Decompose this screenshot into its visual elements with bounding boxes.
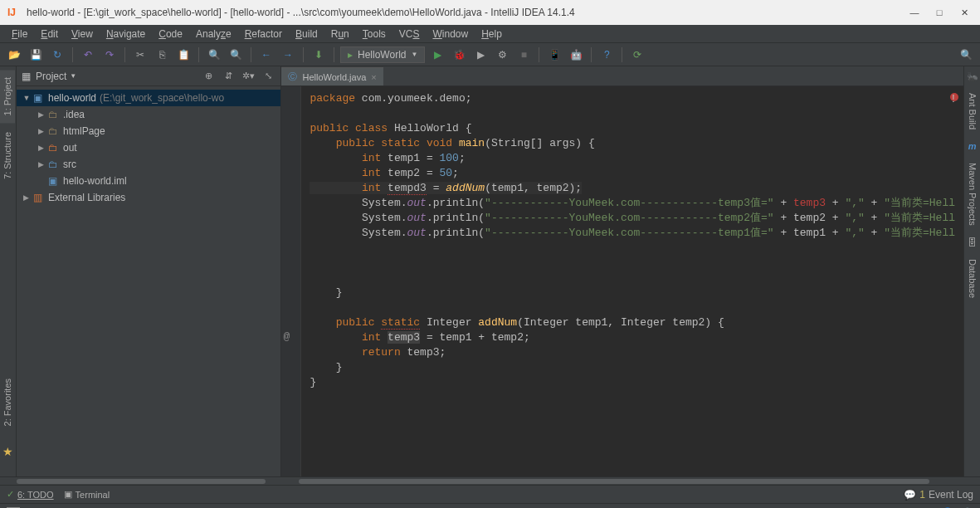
override-icon[interactable]: @ bbox=[283, 330, 290, 343]
left-tool-gutter: 1: Project 7: Structure 2: Favorites ★ bbox=[0, 66, 17, 476]
menu-navigate[interactable]: Navigate bbox=[100, 27, 152, 42]
folder-icon: 🗀 bbox=[46, 142, 60, 154]
maven-icon[interactable]: m bbox=[966, 139, 979, 153]
editor-gutter: @ bbox=[281, 86, 301, 476]
run-config-selector[interactable]: ▸ HelloWorld ▼ bbox=[340, 46, 425, 63]
menu-help[interactable]: Help bbox=[475, 27, 509, 42]
editor-tabs: Ⓒ HelloWorld.java × bbox=[281, 66, 963, 86]
menu-code[interactable]: Code bbox=[152, 27, 189, 42]
profile-icon[interactable]: ⚙ bbox=[493, 46, 511, 64]
menu-vcs[interactable]: VCS bbox=[392, 27, 427, 42]
tab-maven[interactable]: Maven Projects bbox=[966, 156, 979, 232]
menu-edit[interactable]: Edit bbox=[34, 27, 65, 42]
sync-icon[interactable]: ↻ bbox=[48, 46, 66, 64]
tab-project[interactable]: 1: Project bbox=[0, 70, 15, 123]
tab-terminal[interactable]: ▣Terminal bbox=[64, 489, 110, 500]
redo-icon[interactable]: ↷ bbox=[100, 46, 119, 64]
tree-root[interactable]: ▼ ▣ hello-world (E:\git_work_space\hello… bbox=[17, 90, 280, 106]
menu-run[interactable]: Run bbox=[324, 27, 356, 42]
menu-refactor[interactable]: Refactor bbox=[238, 27, 289, 42]
right-tool-gutter: 🐜 Ant Build m Maven Projects 🗄 Database bbox=[963, 66, 980, 476]
find-icon[interactable]: 🔍 bbox=[205, 46, 223, 64]
class-icon: Ⓒ bbox=[288, 71, 297, 83]
menu-window[interactable]: Window bbox=[426, 27, 475, 42]
balloon-icon: 💬 bbox=[904, 489, 916, 501]
forward-icon[interactable]: → bbox=[279, 46, 297, 64]
search-everywhere-icon[interactable]: 🔍 bbox=[957, 46, 975, 64]
project-panel: ▦ Project ▼ ⊕ ⇵ ✲▾ ⤡ ▼ ▣ hello-world (E:… bbox=[17, 66, 281, 476]
scroll-thumb[interactable] bbox=[17, 479, 266, 484]
run-config-label: HelloWorld bbox=[358, 49, 406, 61]
open-icon[interactable]: 📂 bbox=[5, 46, 23, 64]
save-icon[interactable]: 💾 bbox=[27, 46, 45, 64]
tree-item-src[interactable]: ▶🗀 src bbox=[17, 156, 280, 173]
replace-icon[interactable]: 🔍 bbox=[227, 46, 245, 64]
error-indicator-icon[interactable]: ! bbox=[950, 93, 958, 101]
settings-icon[interactable]: ✲▾ bbox=[241, 69, 256, 84]
bottom-tool-tabs: ✓6: TODO ▣Terminal 💬1 Event Log bbox=[0, 485, 980, 503]
debug-icon[interactable]: 🐞 bbox=[450, 46, 468, 64]
iml-icon: ▣ bbox=[46, 175, 60, 187]
tree-item-out[interactable]: ▶🗀 out bbox=[17, 139, 280, 156]
maximize-button[interactable]: □ bbox=[927, 4, 952, 21]
database-icon[interactable]: 🗄 bbox=[966, 236, 979, 249]
editor-area: Ⓒ HelloWorld.java × ! @ package com.youm… bbox=[281, 66, 963, 476]
build-icon[interactable]: ⬇ bbox=[310, 46, 328, 64]
tree-item-idea[interactable]: ▶🗀 .idea bbox=[17, 106, 280, 123]
undo-icon[interactable]: ↶ bbox=[79, 46, 97, 64]
tab-close-icon[interactable]: × bbox=[371, 72, 376, 82]
module-icon: ▣ bbox=[32, 92, 45, 104]
minimize-button[interactable]: — bbox=[902, 4, 927, 21]
menu-view[interactable]: View bbox=[65, 27, 100, 42]
tab-favorites[interactable]: 2: Favorites bbox=[0, 371, 15, 433]
project-panel-header: ▦ Project ▼ ⊕ ⇵ ✲▾ ⤡ bbox=[17, 66, 280, 86]
tree-item-iml[interactable]: ▣ hello-world.iml bbox=[17, 173, 280, 189]
stop-icon[interactable]: ■ bbox=[514, 46, 533, 64]
code-editor[interactable]: ! @ package com.youmeek.demo; public cla… bbox=[281, 86, 963, 476]
library-icon: ▥ bbox=[32, 192, 45, 203]
cut-icon[interactable]: ✂ bbox=[131, 46, 149, 64]
tree-external-libraries[interactable]: ▶▥ External Libraries bbox=[17, 189, 280, 206]
menu-tools[interactable]: Tools bbox=[356, 27, 392, 42]
horizontal-scrollbar[interactable] bbox=[0, 476, 980, 485]
close-button[interactable]: ✕ bbox=[952, 4, 977, 21]
locate-icon[interactable]: ⊕ bbox=[201, 69, 216, 84]
event-log-button[interactable]: 💬1 Event Log bbox=[904, 489, 973, 501]
coverage-icon[interactable]: ▶ bbox=[471, 46, 490, 64]
titlebar: IJ hello-world - [E:\git_work_space\hell… bbox=[0, 0, 980, 25]
folder-icon: 🗀 bbox=[46, 125, 60, 137]
back-icon[interactable]: ← bbox=[257, 46, 275, 64]
paste-icon[interactable]: 📋 bbox=[174, 46, 193, 64]
copy-icon[interactable]: ⎘ bbox=[153, 46, 171, 64]
status-bar: ▭ Power save mode is on: Code insight an… bbox=[0, 503, 980, 508]
tree-item-htmlpage[interactable]: ▶🗀 htmlPage bbox=[17, 123, 280, 139]
collapse-icon[interactable]: ⇵ bbox=[221, 69, 236, 84]
tab-structure[interactable]: 7: Structure bbox=[0, 125, 15, 187]
menu-bar: File Edit View Navigate Code Analyze Ref… bbox=[0, 25, 980, 43]
menu-analyze[interactable]: Analyze bbox=[189, 27, 238, 42]
window-title: hello-world - [E:\git_work_space\hello-w… bbox=[27, 7, 902, 18]
tab-database[interactable]: Database bbox=[966, 252, 979, 305]
project-tree: ▼ ▣ hello-world (E:\git_work_space\hello… bbox=[17, 86, 280, 209]
help-icon[interactable]: ? bbox=[597, 46, 616, 64]
tab-ant-build[interactable]: Ant Build bbox=[966, 86, 979, 136]
avd-icon[interactable]: 📱 bbox=[545, 46, 563, 64]
run-icon[interactable]: ▶ bbox=[428, 46, 446, 64]
folder-icon: 🗀 bbox=[46, 109, 60, 120]
ant-icon[interactable]: 🐜 bbox=[966, 70, 979, 83]
folder-icon: 🗀 bbox=[46, 159, 60, 170]
project-view-icon: ▦ bbox=[22, 71, 31, 82]
app-icon: IJ bbox=[3, 4, 20, 21]
hide-icon[interactable]: ⤡ bbox=[261, 69, 275, 84]
menu-build[interactable]: Build bbox=[289, 27, 324, 42]
tab-todo[interactable]: ✓6: TODO bbox=[7, 489, 54, 500]
menu-file[interactable]: File bbox=[5, 27, 34, 42]
toolbar: 📂 💾 ↻ ↶ ↷ ✂ ⎘ 📋 🔍 🔍 ← → ⬇ ▸ HelloWorld ▼… bbox=[0, 43, 980, 66]
jrebel-icon[interactable]: ⟳ bbox=[628, 46, 646, 64]
scroll-thumb[interactable] bbox=[299, 479, 929, 484]
project-view-selector[interactable]: Project ▼ bbox=[36, 71, 196, 82]
sdk-icon[interactable]: 🤖 bbox=[567, 46, 585, 64]
star-icon[interactable]: ★ bbox=[2, 445, 13, 458]
editor-tab-helloworld[interactable]: Ⓒ HelloWorld.java × bbox=[281, 67, 383, 85]
